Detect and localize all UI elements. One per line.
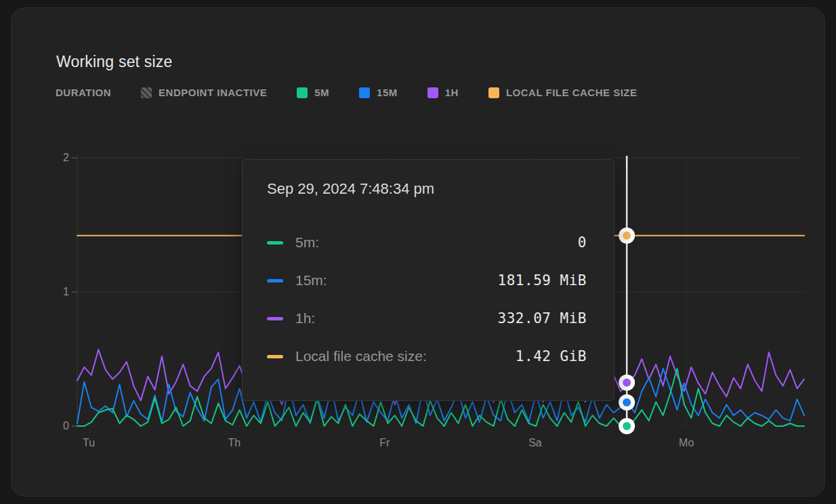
- crosshair-marker-dot: [623, 232, 631, 240]
- blue-dash-icon: [267, 279, 283, 282]
- purple-dash-icon: [267, 317, 283, 320]
- tooltip-row-label: 15m:: [295, 272, 327, 289]
- x-tick-label: Sa: [528, 437, 542, 448]
- y-tick-label: 1: [63, 286, 69, 297]
- tooltip-row-15m: 15m: 181.59 MiB: [267, 261, 587, 299]
- working-set-size-card: Working set size DURATION ENDPOINT INACT…: [11, 7, 825, 497]
- crosshair-marker-dot: [623, 379, 631, 387]
- tooltip-row-5m: 5m: 0: [267, 224, 587, 261]
- page: Working set size DURATION ENDPOINT INACT…: [0, 0, 836, 504]
- green-dash-icon: [267, 241, 283, 245]
- x-tick-label: Mo: [679, 437, 694, 448]
- tooltip-row-value: 332.07 MiB: [498, 310, 587, 327]
- y-tick-label: 2: [63, 152, 69, 163]
- x-tick-label: Fr: [379, 437, 390, 448]
- tooltip-timestamp: Sep 29, 2024 7:48:34 pm: [267, 177, 587, 201]
- x-tick-label: Tu: [83, 437, 95, 448]
- tooltip-row-local-file-cache-size: Local file cache size: 1.42 GiB: [267, 337, 587, 375]
- tooltip-row-label: Local file cache size:: [295, 348, 427, 364]
- chart-tooltip: Sep 29, 2024 7:48:34 pm 5m: 0 15m: 181.5…: [242, 159, 614, 401]
- crosshair-marker-dot: [623, 422, 631, 430]
- tooltip-row-label: 5m:: [295, 234, 319, 251]
- crosshair-marker-dot: [623, 398, 631, 406]
- tooltip-row-1h: 1h: 332.07 MiB: [267, 299, 587, 337]
- tooltip-row-label: 1h:: [295, 310, 315, 327]
- tooltip-row-value: 1.42 GiB: [516, 348, 587, 364]
- orange-dash-icon: [267, 355, 283, 358]
- tooltip-row-value: 0: [578, 234, 587, 251]
- x-tick-label: Th: [228, 437, 241, 448]
- tooltip-row-value: 181.59 MiB: [498, 272, 587, 289]
- y-tick-label: 0: [63, 420, 69, 432]
